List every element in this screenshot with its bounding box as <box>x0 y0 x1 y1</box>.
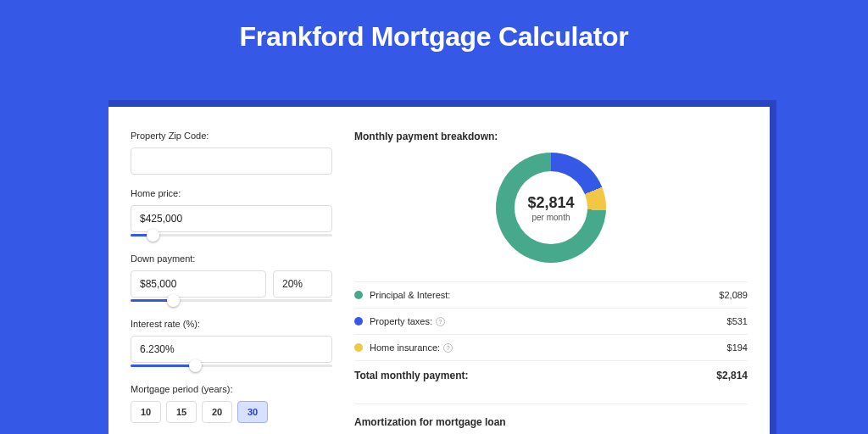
line-value: $531 <box>727 316 748 326</box>
slider-thumb[interactable] <box>167 294 180 307</box>
amortization-title: Amortization for mortgage loan <box>354 416 748 428</box>
period-btn-20[interactable]: 20 <box>202 401 232 423</box>
down-payment-label: Down payment: <box>131 253 332 264</box>
line-label: Home insurance: ? <box>370 342 721 353</box>
interest-rate-label: Interest rate (%): <box>131 319 332 329</box>
field-mortgage-period: Mortgage period (years): 10 15 20 30 <box>131 384 332 423</box>
breakdown-line-taxes: Property taxes: ? $531 <box>354 308 748 334</box>
down-payment-input[interactable] <box>131 270 266 298</box>
donut-chart-wrap: $2,814 per month <box>354 153 748 263</box>
home-price-slider[interactable] <box>131 231 332 240</box>
interest-rate-slider[interactable] <box>131 362 332 370</box>
line-label: Principal & Interest: <box>370 290 712 300</box>
line-text: Home insurance: <box>370 342 440 353</box>
total-row: Total monthly payment: $2,814 <box>354 360 748 390</box>
zip-input[interactable] <box>131 147 332 175</box>
zip-label: Property Zip Code: <box>131 131 332 141</box>
slider-thumb[interactable] <box>147 229 159 242</box>
page-title: Frankford Mortgage Calculator <box>0 0 868 68</box>
dot-green-icon <box>354 291 363 299</box>
field-zip: Property Zip Code: <box>131 131 332 175</box>
calculator-card: Property Zip Code: Home price: Down paym… <box>108 107 770 434</box>
dot-yellow-icon <box>354 343 363 352</box>
period-btn-15[interactable]: 15 <box>166 401 197 423</box>
breakdown-panel: Monthly payment breakdown: $2,814 per mo… <box>354 131 748 434</box>
period-btn-10[interactable]: 10 <box>131 401 161 423</box>
field-down-payment: Down payment: <box>131 253 332 305</box>
breakdown-title: Monthly payment breakdown: <box>354 131 748 142</box>
home-price-input[interactable] <box>131 205 332 232</box>
amortization-section: Amortization for mortgage loan Amortizat… <box>354 403 748 434</box>
slider-track <box>131 234 332 236</box>
line-value: $2,089 <box>719 290 748 300</box>
period-button-row: 10 15 20 30 <box>131 401 332 423</box>
page-root: Frankford Mortgage Calculator Property Z… <box>0 0 868 434</box>
line-value: $194 <box>727 342 748 353</box>
breakdown-line-principal: Principal & Interest: $2,089 <box>354 281 748 308</box>
down-payment-slider[interactable] <box>131 297 332 305</box>
interest-rate-input[interactable] <box>131 336 332 363</box>
line-text: Principal & Interest: <box>370 290 450 300</box>
slider-thumb[interactable] <box>189 359 202 372</box>
down-payment-pct-input[interactable] <box>273 270 332 298</box>
card-shadow: Property Zip Code: Home price: Down paym… <box>108 100 776 434</box>
slider-fill <box>131 299 171 302</box>
down-payment-row <box>131 270 332 298</box>
dot-blue-icon <box>354 317 363 326</box>
donut-sub: per month <box>531 213 570 222</box>
field-home-price: Home price: <box>131 188 332 240</box>
home-price-label: Home price: <box>131 188 332 198</box>
field-interest-rate: Interest rate (%): <box>131 319 332 370</box>
help-icon[interactable]: ? <box>436 317 445 326</box>
total-value: $2,814 <box>716 370 748 381</box>
total-label: Total monthly payment: <box>354 370 468 381</box>
donut-chart: $2,814 per month <box>496 153 606 263</box>
breakdown-line-insurance: Home insurance: ? $194 <box>354 334 748 360</box>
donut-amount: $2,814 <box>527 194 574 212</box>
line-text: Property taxes: <box>370 316 432 326</box>
mortgage-period-label: Mortgage period (years): <box>131 384 332 394</box>
help-icon[interactable]: ? <box>443 343 453 353</box>
donut-center: $2,814 per month <box>515 171 587 244</box>
period-btn-30[interactable]: 30 <box>237 401 268 423</box>
form-panel: Property Zip Code: Home price: Down paym… <box>131 131 332 434</box>
slider-fill <box>131 364 193 367</box>
line-label: Property taxes: ? <box>370 316 721 326</box>
